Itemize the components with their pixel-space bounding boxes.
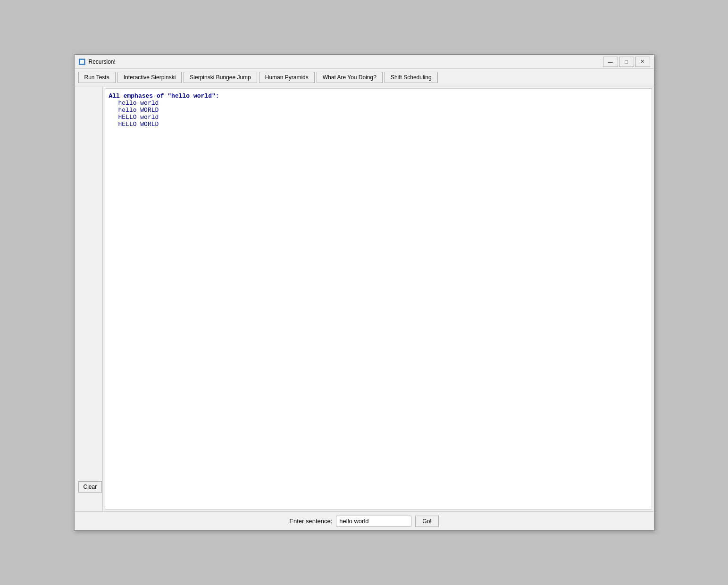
sentence-input[interactable]	[336, 516, 411, 526]
minimize-button[interactable]: —	[603, 57, 618, 67]
shift-scheduling-button[interactable]: Shift Scheduling	[385, 72, 438, 83]
output-line-1: hello world	[118, 100, 648, 107]
output-panel: All emphases of "hello world": hello wor…	[105, 88, 652, 510]
go-button[interactable]: Go!	[415, 516, 438, 527]
window-controls: — □ ✕	[603, 57, 650, 67]
main-content: Clear All emphases of "hello world": hel…	[75, 86, 654, 511]
close-button[interactable]: ✕	[635, 57, 650, 67]
output-header: All emphases of "hello world":	[109, 92, 219, 100]
toolbar: Run TestsInteractive SierpinskiSierpinsk…	[75, 69, 654, 86]
svg-rect-1	[80, 60, 84, 64]
interactive-sierpinski-button[interactable]: Interactive Sierpinski	[117, 72, 182, 83]
sierpinski-bungee-jump-button[interactable]: Sierpinski Bungee Jump	[184, 72, 257, 83]
run-tests-button[interactable]: Run Tests	[78, 72, 116, 83]
maximize-button[interactable]: □	[619, 57, 634, 67]
output-line-3: HELLO world	[118, 114, 648, 121]
main-window: Recursion! — □ ✕ Run TestsInteractive Si…	[74, 54, 654, 531]
output-line-2: hello WORLD	[118, 107, 648, 114]
title-bar: Recursion! — □ ✕	[75, 55, 654, 69]
what-are-you-doing-button[interactable]: What Are You Doing?	[317, 72, 383, 83]
window-title: Recursion!	[89, 58, 603, 65]
left-panel: Clear	[75, 86, 103, 511]
bottom-bar: Enter sentence: Go!	[75, 511, 654, 530]
output-line-4: HELLO WORLD	[118, 121, 648, 128]
clear-button[interactable]: Clear	[78, 481, 102, 493]
enter-sentence-label: Enter sentence:	[289, 518, 332, 525]
human-pyramids-button[interactable]: Human Pyramids	[259, 72, 315, 83]
app-icon	[78, 58, 86, 66]
